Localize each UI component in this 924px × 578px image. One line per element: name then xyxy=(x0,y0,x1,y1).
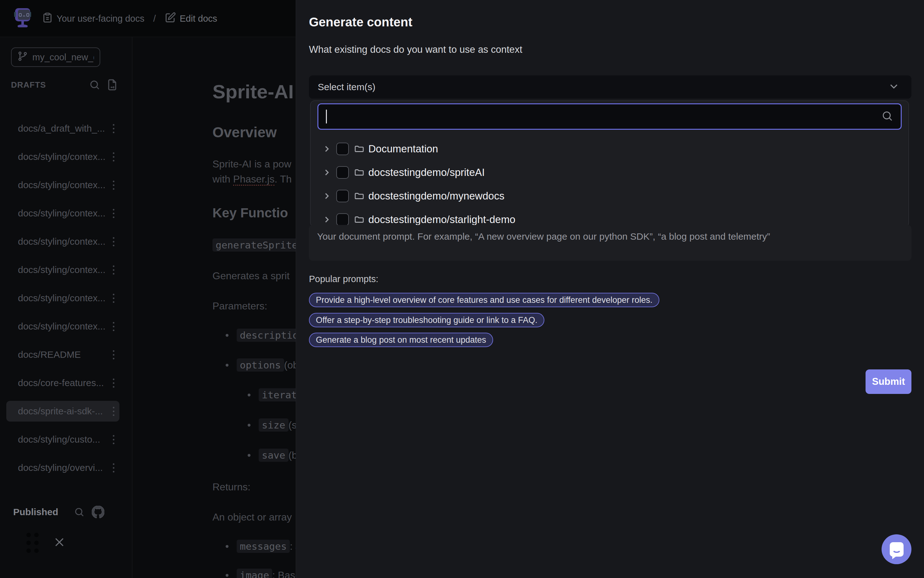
breadcrumb: Your user-facing docs / Edit docs xyxy=(42,0,217,37)
github-icon[interactable] xyxy=(89,506,107,518)
draft-item[interactable]: docs/styling/contex... xyxy=(6,316,119,337)
close-icon[interactable] xyxy=(53,536,66,550)
docs-dropdown-panel: Documentation docstestingdemo/spriteAI d… xyxy=(310,101,909,227)
doc-sub-bullet: size (str xyxy=(248,419,296,432)
checkbox[interactable] xyxy=(336,213,349,226)
select-placeholder: Select item(s) xyxy=(318,82,888,93)
doc-parameters-label: Parameters: xyxy=(213,300,267,312)
generate-content-modal: Generate content What existing docs do y… xyxy=(296,0,924,578)
draft-item[interactable]: docs/styling/contex... xyxy=(6,203,119,224)
chevron-right-icon[interactable] xyxy=(322,191,336,201)
kebab-menu-icon[interactable] xyxy=(112,378,114,388)
kebab-menu-icon[interactable] xyxy=(112,209,114,218)
kebab-menu-icon[interactable] xyxy=(112,294,114,303)
chat-widget-button[interactable] xyxy=(882,534,911,564)
published-title: Published xyxy=(13,507,70,517)
kebab-menu-icon[interactable] xyxy=(112,322,114,331)
kebab-menu-icon[interactable] xyxy=(112,265,114,274)
draft-item[interactable]: docs/core-features... xyxy=(6,373,119,393)
breadcrumb-label: Your user-facing docs xyxy=(57,13,144,24)
drafts-section-header: DRAFTS xyxy=(11,77,121,93)
robot-logo-icon[interactable] xyxy=(14,8,31,28)
kebab-menu-icon[interactable] xyxy=(112,237,114,246)
document-editor[interactable]: Sprite-AI Overview Sprite-AI is a pow wi… xyxy=(132,37,296,578)
docs-context-select[interactable]: Select item(s) xyxy=(309,75,911,99)
breadcrumb-separator: / xyxy=(149,13,159,24)
doc-sub-bullet: iterati xyxy=(248,388,296,401)
folder-icon xyxy=(354,144,364,154)
doc-bullet: image: Base6 xyxy=(226,568,296,578)
kebab-menu-icon[interactable] xyxy=(112,124,114,133)
kebab-menu-icon[interactable] xyxy=(112,350,114,359)
bottom-dock xyxy=(26,530,77,555)
submit-button[interactable]: Submit xyxy=(865,369,911,394)
tree-item-documentation[interactable]: Documentation xyxy=(322,137,897,161)
docs-search-input[interactable] xyxy=(317,103,902,130)
doc-sub-bullet: save (bo xyxy=(248,448,296,462)
doc-paragraph: with Phaser.js. Th xyxy=(213,174,292,185)
checkbox[interactable] xyxy=(336,143,349,155)
kebab-menu-icon[interactable] xyxy=(112,463,114,472)
text-caret xyxy=(326,110,327,123)
robot-head xyxy=(15,8,30,21)
draft-item[interactable]: docs/styling/custo... xyxy=(6,429,119,450)
breadcrumb-your-docs[interactable]: Your user-facing docs xyxy=(42,12,144,25)
doc-paragraph: Sprite-AI is a pow xyxy=(213,158,291,170)
git-branch-icon xyxy=(17,51,28,64)
sidebar: my_cool_new_dra... DRAFTS docs/a_draft_w… xyxy=(0,37,132,578)
chevron-right-icon[interactable] xyxy=(322,214,336,225)
checkbox[interactable] xyxy=(336,166,349,179)
doc-bullet: description xyxy=(226,329,296,342)
phaser-link[interactable]: Phaser.js xyxy=(233,174,275,186)
draft-item[interactable]: docs/styling/contex... xyxy=(6,175,119,195)
doc-heading-overview: Overview xyxy=(213,124,277,141)
doc-paragraph: An object or array xyxy=(213,511,292,523)
draft-item[interactable]: docs/styling/overvi... xyxy=(6,457,119,478)
drag-handle-icon[interactable] xyxy=(26,533,39,553)
draft-item[interactable]: docs/a_draft_with_... xyxy=(6,118,119,139)
branch-name: my_cool_new_dra... xyxy=(33,52,94,63)
breadcrumb-edit-docs[interactable]: Edit docs xyxy=(165,12,217,26)
published-search-icon[interactable] xyxy=(70,507,89,517)
checkbox[interactable] xyxy=(336,190,349,202)
doc-code-signature: generateSprite( xyxy=(213,239,296,251)
popular-prompt-pill[interactable]: Offer a step-by-step troubleshooting gui… xyxy=(309,313,544,327)
document-prompt-textarea[interactable] xyxy=(309,225,911,261)
new-draft-icon[interactable] xyxy=(103,79,121,91)
chevron-right-icon[interactable] xyxy=(322,167,336,177)
published-section-header: Published xyxy=(13,504,107,520)
popular-prompt-pill[interactable]: Provide a high-level overview of core fe… xyxy=(309,293,659,307)
doc-heading-key-functions: Key Functio xyxy=(213,205,288,221)
kebab-menu-icon[interactable] xyxy=(112,153,114,161)
app-screen: Your user-facing docs / Edit docs my_coo… xyxy=(0,0,924,578)
kebab-menu-icon[interactable] xyxy=(112,435,114,444)
folder-icon xyxy=(354,167,364,178)
kebab-menu-icon[interactable] xyxy=(112,180,114,190)
breadcrumb-label: Edit docs xyxy=(180,13,217,24)
chevron-down-icon xyxy=(888,80,900,94)
edit-docs-icon xyxy=(165,12,176,26)
draft-item-selected[interactable]: docs/sprite-ai-sdk-... xyxy=(6,401,119,422)
branch-selector-button[interactable]: my_cool_new_dra... xyxy=(11,47,100,67)
context-question: What existing docs do you want to use as… xyxy=(309,44,522,55)
modal-title: Generate content xyxy=(309,15,412,29)
draft-item[interactable]: docs/styling/contex... xyxy=(6,231,119,252)
draft-item[interactable]: docs/styling/contex... xyxy=(6,288,119,308)
drafts-title: DRAFTS xyxy=(11,80,86,90)
top-header: Your user-facing docs / Edit docs xyxy=(0,0,296,37)
doc-bullet: messages: JS xyxy=(226,540,296,553)
tree-item-mynewdocs[interactable]: docstestingdemo/mynewdocs xyxy=(322,184,897,208)
drafts-search-icon[interactable] xyxy=(86,79,103,91)
draft-item[interactable]: docs/styling/contex... xyxy=(6,146,119,167)
doc-bullet: options (obj xyxy=(226,359,296,372)
folder-icon xyxy=(354,214,364,225)
draft-item[interactable]: docs/styling/contex... xyxy=(6,260,119,280)
folder-icon xyxy=(354,191,364,201)
doc-title: Sprite-AI xyxy=(213,80,294,103)
search-icon xyxy=(881,110,893,123)
draft-item[interactable]: docs/README xyxy=(6,344,119,365)
tree-item-spriteai[interactable]: docstestingdemo/spriteAI xyxy=(322,161,897,184)
chevron-right-icon[interactable] xyxy=(322,144,336,154)
popular-prompt-pill[interactable]: Generate a blog post on most recent upda… xyxy=(309,333,493,347)
kebab-menu-icon[interactable] xyxy=(112,407,114,416)
